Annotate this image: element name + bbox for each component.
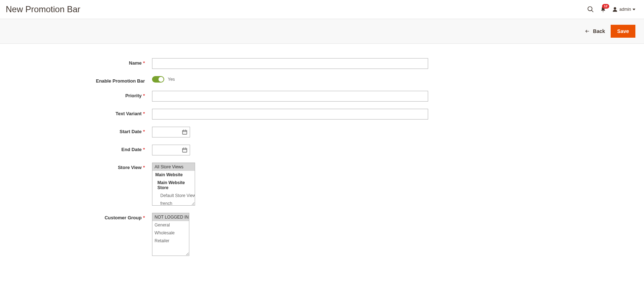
field-text-variant: Text Variant* (9, 109, 635, 120)
end-date-input[interactable] (152, 145, 180, 155)
page-header: New Promotion Bar 12 admin (0, 0, 644, 19)
svg-point-0 (588, 7, 592, 11)
start-date-input[interactable] (152, 127, 180, 137)
customer-group-option[interactable]: Wholesale (152, 229, 189, 237)
user-menu[interactable]: admin (612, 6, 635, 12)
svg-rect-8 (183, 148, 187, 152)
priority-input[interactable] (152, 91, 428, 102)
action-bar: Back Save (0, 19, 644, 44)
back-label: Back (593, 28, 605, 34)
store-view-option[interactable]: Default Store View (152, 192, 195, 200)
notification-badge: 12 (602, 4, 609, 9)
enable-value-label: Yes (168, 77, 175, 82)
arrow-left-icon (584, 29, 590, 34)
store-view-store: Main Website Store (152, 179, 195, 192)
text-variant-label: Text Variant* (9, 109, 152, 116)
enable-label: Enable Promotion Bar (9, 76, 152, 84)
end-date-label: End Date* (9, 145, 152, 152)
header-actions: 12 admin (587, 6, 635, 13)
search-button[interactable] (587, 6, 594, 13)
field-enable: Enable Promotion Bar Yes (9, 76, 635, 84)
customer-group-label: Customer Group* (9, 213, 152, 220)
customer-group-select[interactable]: NOT LOGGED IN General Wholesale Retailer (152, 213, 189, 256)
customer-group-option[interactable]: NOT LOGGED IN (152, 213, 189, 221)
store-view-option[interactable]: french (152, 200, 195, 206)
chevron-down-icon (633, 9, 635, 10)
start-date-label: Start Date* (9, 127, 152, 134)
store-view-website: Main Website (152, 171, 195, 179)
store-view-option-all[interactable]: All Store Views (152, 163, 195, 171)
name-label: Name* (9, 58, 152, 66)
field-name: Name* (9, 58, 635, 69)
svg-line-1 (592, 10, 593, 12)
priority-label: Priority* (9, 91, 152, 98)
store-view-select[interactable]: All Store Views Main Website Main Websit… (152, 163, 195, 206)
enable-toggle[interactable] (152, 76, 164, 83)
field-end-date: End Date* (9, 145, 635, 155)
field-customer-group: Customer Group* NOT LOGGED IN General Wh… (9, 213, 635, 256)
page-title: New Promotion Bar (6, 4, 587, 14)
user-icon (612, 6, 618, 12)
search-icon (587, 6, 594, 13)
svg-rect-4 (183, 130, 187, 134)
customer-group-option[interactable]: Retailer (152, 237, 189, 245)
field-start-date: Start Date* (9, 127, 635, 137)
end-date-picker-button[interactable] (180, 147, 190, 153)
toggle-knob (158, 77, 164, 82)
field-priority: Priority* (9, 91, 635, 102)
notifications-button[interactable]: 12 (600, 6, 606, 13)
save-button[interactable]: Save (611, 25, 635, 38)
svg-point-2 (614, 7, 616, 10)
user-label: admin (619, 7, 631, 12)
name-input[interactable] (152, 58, 428, 69)
store-view-label: Store View* (9, 163, 152, 170)
back-button[interactable]: Back (584, 28, 605, 34)
text-variant-input[interactable] (152, 109, 428, 120)
field-store-view: Store View* All Store Views Main Website… (9, 163, 635, 206)
customer-group-option[interactable]: General (152, 221, 189, 229)
start-date-picker-button[interactable] (180, 129, 190, 135)
calendar-icon (182, 129, 188, 135)
calendar-icon (182, 147, 188, 153)
form-content: Name* Enable Promotion Bar Yes Priority*… (0, 44, 644, 277)
